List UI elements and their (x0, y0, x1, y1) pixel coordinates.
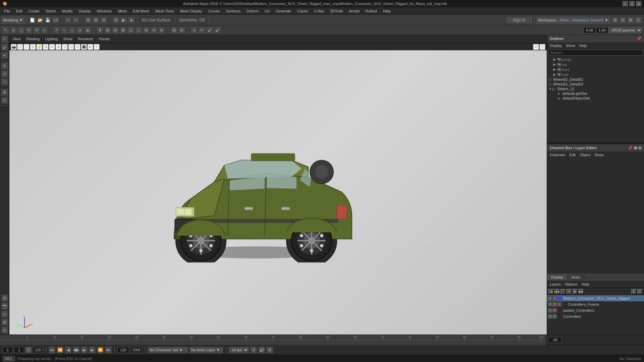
combine-button[interactable]: ⊕ (143, 26, 150, 34)
menu-edit-mesh[interactable]: Edit Mesh (130, 8, 152, 14)
snap-align-button[interactable]: ⊞ (170, 26, 178, 34)
show-manip-button[interactable]: ⊕ (1, 88, 8, 96)
menu-modify[interactable]: Modify (59, 8, 75, 14)
grid-button[interactable]: ⊟ (1, 326, 8, 334)
menu-3dtoall[interactable]: 3DToAll (327, 8, 345, 14)
menu-rollout[interactable]: Rollout (363, 8, 380, 14)
layout-2-button[interactable]: ⊟ (619, 16, 627, 24)
redo-button[interactable]: ↪ (72, 16, 79, 24)
menu-mesh[interactable]: Mesh (115, 8, 129, 14)
render-button[interactable]: ▶ (120, 16, 127, 24)
select-tool-button[interactable]: ↖ (2, 26, 9, 34)
vp-camera-icon[interactable]: 📷 (11, 44, 17, 50)
snap-button[interactable]: ⊞ (85, 16, 92, 24)
snap-view-button[interactable]: ⊞ (1, 294, 8, 302)
layer-row-controllers[interactable]: V P Controllers (547, 313, 644, 319)
gamma-value-input[interactable] (584, 27, 596, 33)
menu-windows[interactable]: Windows (94, 8, 115, 14)
snap-curve-button[interactable]: ⊟ (100, 16, 107, 24)
align-button[interactable]: ⊟ (178, 26, 185, 34)
menu-generate[interactable]: Generate (273, 8, 294, 14)
close-button[interactable]: ✕ (636, 1, 641, 6)
tree-item-wheel02[interactable]: ⬡ Wheel02_Detail02 (547, 77, 644, 82)
transport-settings-button[interactable]: ⚙ (266, 347, 273, 353)
current-frame-input[interactable] (548, 337, 561, 343)
layer-r-button[interactable]: R (557, 302, 562, 307)
layer-p-button[interactable]: P (552, 296, 557, 301)
mel-python-toggle[interactable]: MEL (3, 356, 15, 361)
menu-create[interactable]: Create (26, 8, 42, 14)
vp-menu-view[interactable]: View (11, 36, 22, 42)
new-file-button[interactable]: 📄 (29, 16, 36, 24)
rotate-left-button[interactable]: ↺ (1, 70, 8, 77)
le-skip-back-button[interactable]: ◀◀ (554, 289, 560, 294)
anim-range-end-input[interactable] (117, 347, 129, 353)
le-skip-forward-button[interactable]: ▶▶ (579, 289, 584, 294)
play-back-button[interactable]: ◀▶ (73, 347, 79, 353)
vp-texture-icon[interactable]: ⊞ (30, 44, 36, 50)
smooth-button[interactable]: ⬡ (135, 26, 142, 34)
rotate-tool-button[interactable]: ↺ (33, 26, 40, 34)
layer-v-button[interactable]: V (548, 302, 552, 307)
viewport[interactable]: View Shading Lighting Show Renderer Pane… (9, 35, 547, 335)
next-key-button[interactable]: ⏩ (97, 347, 104, 353)
le-back-button[interactable]: ◀ (548, 289, 554, 294)
current-time-input[interactable] (14, 347, 24, 353)
vp-grid-icon[interactable]: ⊟ (68, 44, 74, 50)
menu-edit[interactable]: Edit (13, 8, 25, 14)
cb-object-menu[interactable]: Object (578, 152, 592, 158)
vp-isolate-icon[interactable]: ◎ (62, 44, 68, 50)
menu-mesh-tools[interactable]: Mesh Tools (153, 8, 176, 14)
layer-v-button[interactable]: V (548, 296, 552, 301)
skip-to-end-button[interactable]: ⏭ (105, 347, 112, 353)
tree-item-persp[interactable]: ▶ 📷 persp (547, 57, 644, 62)
layout-4-button[interactable]: ⊡ (635, 16, 642, 24)
boolean-button[interactable]: ⊡ (127, 26, 135, 34)
tree-item-top[interactable]: ▶ 📷 top (547, 62, 644, 67)
paint-select-button[interactable]: ⬡ (17, 26, 25, 34)
vp-hud-icon[interactable]: ⊕ (74, 44, 80, 50)
vp-menu-panels[interactable]: Panels (97, 36, 111, 42)
exposure-value-input[interactable] (596, 27, 608, 33)
fps-dropdown[interactable]: 24 fps (229, 347, 249, 353)
cb-layers-menu[interactable]: Layers (548, 282, 562, 287)
soft-mod-button[interactable]: ⊙ (1, 97, 8, 104)
vp-bookmark-icon[interactable]: ⊗ (533, 44, 539, 50)
menu-cache[interactable]: Cache (294, 8, 311, 14)
vp-shadow-icon[interactable]: ◑ (43, 44, 49, 50)
move-left-button[interactable]: ✛ (1, 62, 8, 69)
layout-1-button[interactable]: ⊞ (611, 16, 619, 24)
timeline-ruler[interactable]: 5 10 15 20 25 30 35 40 45 50 55 60 65 (0, 335, 547, 345)
tree-item-sliders[interactable]: ▼ ▷ Sliders_21 (547, 86, 644, 91)
prev-frame-button[interactable]: ◀ (65, 347, 71, 353)
tab-anim[interactable]: Anim (568, 275, 584, 280)
no-live-surface-button[interactable]: No Live Surface (140, 16, 173, 24)
append-button[interactable]: ⊟ (112, 26, 119, 34)
outliner-search-input[interactable] (548, 50, 643, 56)
soft-select-button[interactable]: ⊙ (191, 26, 198, 34)
sculpt-mode-button[interactable]: ✏ (1, 52, 8, 59)
move-tool-button[interactable]: ✛ (25, 26, 33, 34)
layout-3-button[interactable]: ⊠ (627, 16, 634, 24)
tab-display[interactable]: Display (547, 275, 568, 280)
maximize-button[interactable]: □ (629, 1, 635, 6)
vp-menu-shading[interactable]: Shading (25, 36, 41, 42)
menu-display[interactable]: Display (76, 8, 94, 14)
edge-button[interactable]: ─ (61, 26, 68, 34)
paint-weights-button[interactable]: 🖌 (206, 26, 213, 34)
camera-buttons[interactable]: 📷 (1, 302, 8, 310)
le-forward-button[interactable]: ▶ (573, 289, 578, 294)
no-anim-layer-dropdown[interactable]: No Anim Layer ▼ (190, 347, 223, 353)
menu-uv[interactable]: UV (262, 8, 272, 14)
range-end-input[interactable] (33, 347, 43, 353)
frame-all-button[interactable]: ⊠ (1, 318, 8, 326)
outliner-display-menu[interactable]: Display (548, 43, 563, 48)
save-file-button[interactable]: 💾 (44, 16, 52, 24)
play-forward-button[interactable]: ▶ (81, 347, 88, 353)
scale-left-button[interactable]: ⤡ (1, 78, 8, 85)
bevel-button[interactable]: ⊠ (119, 26, 127, 34)
layer-v-button[interactable]: V (548, 308, 552, 313)
le-expand-button[interactable]: ⊞ (631, 289, 637, 294)
audio-button[interactable]: 🔊 (258, 347, 265, 353)
cb-help-menu[interactable]: Help (580, 282, 591, 287)
